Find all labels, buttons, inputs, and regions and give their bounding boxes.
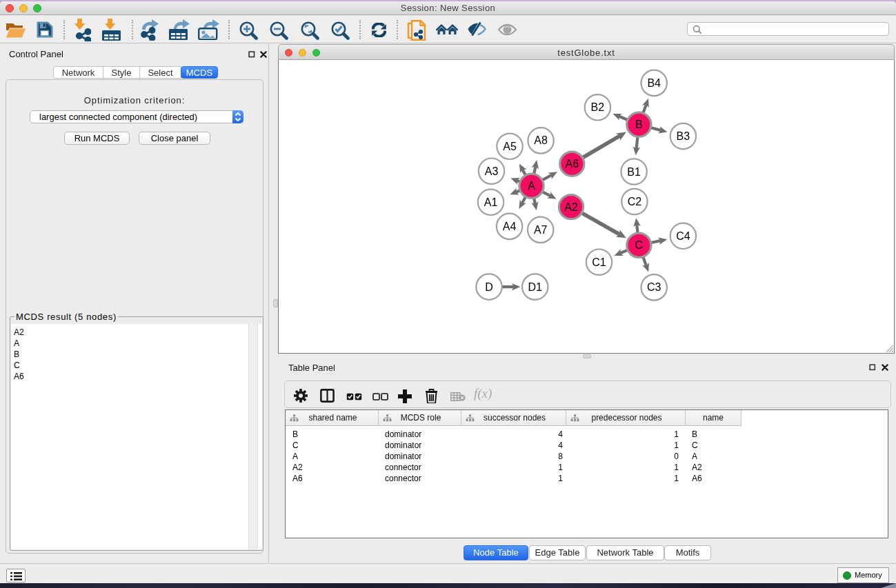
svg-text:A3: A3 bbox=[485, 165, 499, 177]
svg-text:C2: C2 bbox=[628, 196, 642, 207]
svg-text:A8: A8 bbox=[534, 134, 548, 146]
svg-text:C1: C1 bbox=[592, 256, 606, 268]
svg-text:A2: A2 bbox=[564, 201, 578, 213]
svg-text:C: C bbox=[635, 239, 644, 251]
svg-text:B3: B3 bbox=[677, 130, 690, 142]
svg-text:B: B bbox=[635, 119, 643, 130]
svg-text:A1: A1 bbox=[484, 196, 498, 208]
svg-text:B4: B4 bbox=[647, 77, 661, 89]
svg-text:C4: C4 bbox=[676, 230, 690, 242]
svg-text:C3: C3 bbox=[647, 281, 661, 293]
svg-text:D: D bbox=[485, 281, 493, 293]
svg-text:A5: A5 bbox=[503, 141, 517, 152]
svg-text:D1: D1 bbox=[528, 281, 542, 293]
svg-text:B1: B1 bbox=[627, 166, 641, 178]
svg-text:A6: A6 bbox=[566, 158, 579, 170]
svg-text:A4: A4 bbox=[503, 221, 517, 232]
svg-text:B2: B2 bbox=[591, 101, 605, 113]
svg-text:A: A bbox=[528, 180, 535, 192]
svg-text:A7: A7 bbox=[534, 224, 548, 236]
